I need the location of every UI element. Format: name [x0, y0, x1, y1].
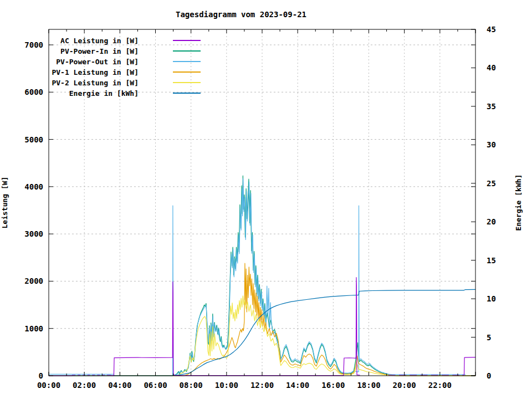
y-left-tick-label: 5000 — [24, 135, 43, 144]
legend-line-sample — [173, 40, 201, 41]
daily-pv-chart: 0100020003000400050006000700005101520253… — [0, 0, 532, 399]
legend-label: PV-1 Leistung in [W] — [22, 68, 139, 76]
legend-item-pv2-leistung: PV-2 Leistung in [W] — [22, 77, 201, 88]
y-right-tick-label: 5 — [487, 333, 491, 342]
x-tick-label: 12:00 — [250, 381, 274, 390]
y-left-tick-label: 2000 — [24, 277, 43, 285]
legend-line-sample — [173, 71, 201, 73]
y-right-tick-label: 20 — [487, 217, 496, 226]
x-tick-label: 00:00 — [37, 381, 60, 390]
legend-label: PV-Power-In in [W] — [22, 47, 139, 55]
x-tick-label: 18:00 — [357, 381, 380, 390]
y-left-tick-label: 0 — [39, 371, 43, 380]
y-right-tick-label: 30 — [487, 140, 496, 149]
legend-item-pv-power-in: PV-Power-In in [W] — [22, 45, 201, 56]
x-tick-label: 04:00 — [108, 381, 131, 390]
legend-line-sample — [173, 82, 201, 83]
legend-item-pv1-leistung: PV-1 Leistung in [W] — [22, 66, 201, 77]
x-tick-label: 02:00 — [73, 381, 96, 390]
x-tick-label: 14:00 — [286, 381, 309, 390]
legend-label: PV-2 Leistung in [W] — [22, 79, 139, 87]
legend-line-sample — [173, 61, 201, 62]
legend: AC Leistung in [W] PV-Power-In in [W] PV… — [22, 35, 201, 98]
legend-label: Energie in [kWh] — [22, 89, 139, 98]
legend-item-pv-power-out: PV-Power-Out in [W] — [22, 56, 201, 66]
y-axis-label-right: Energie [kWh] — [514, 161, 523, 244]
x-tick-label: 20:00 — [393, 381, 416, 390]
legend-item-energie: Energie in [kWh] — [22, 88, 201, 98]
y-right-tick-label: 0 — [487, 371, 491, 380]
y-left-tick-label: 3000 — [24, 229, 43, 238]
legend-label: AC Leistung in [W] — [22, 37, 139, 45]
x-tick-label: 10:00 — [215, 381, 238, 390]
y-right-tick-label: 15 — [487, 256, 496, 265]
legend-line-sample — [173, 93, 201, 94]
y-right-tick-label: 25 — [487, 179, 496, 188]
legend-item-ac-leistung: AC Leistung in [W] — [22, 35, 201, 45]
x-tick-label: 22:00 — [428, 381, 452, 390]
y-axis-label-left: Leistung [W] — [1, 164, 9, 242]
chart-title: Tagesdiagramm vom 2023-09-21 — [0, 10, 482, 19]
y-right-tick-label: 10 — [487, 294, 496, 303]
y-right-tick-label: 35 — [487, 102, 496, 111]
x-tick-label: 06:00 — [144, 381, 167, 390]
y-right-tick-label: 45 — [487, 25, 496, 34]
y-right-tick-label: 40 — [487, 63, 496, 72]
x-tick-label: 08:00 — [180, 381, 203, 390]
x-tick-label: 16:00 — [321, 381, 345, 390]
legend-line-sample — [173, 50, 201, 52]
y-left-tick-label: 1000 — [24, 324, 43, 333]
legend-label: PV-Power-Out in [W] — [22, 58, 139, 66]
y-left-tick-label: 4000 — [24, 182, 43, 191]
